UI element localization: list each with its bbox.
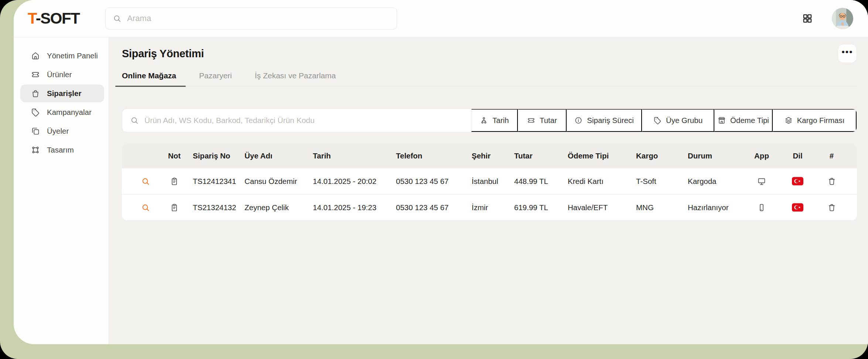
col-member: Üye Adı <box>245 151 313 160</box>
filter-button-member-group[interactable]: Üye Grubu <box>642 109 714 132</box>
main-content: Sipariş Yönetimi ••• Online MağazaPazary… <box>109 37 868 344</box>
cell-status: Hazırlanıyor <box>688 203 743 212</box>
col-status: Durum <box>688 151 743 160</box>
cell-date: 14.01.2025 - 20:02 <box>313 177 396 186</box>
ticket-icon <box>527 116 535 124</box>
page-title: Sipariş Yönetimi <box>122 48 204 60</box>
tag-icon <box>31 108 40 117</box>
table-header-row: Not Sipariş No Üye Adı Tarih Telefon Şeh… <box>122 144 857 168</box>
hierarchy-icon <box>480 116 488 124</box>
sidebar-item-label: Tasarım <box>47 146 74 154</box>
cell-cargo: T-Soft <box>636 177 688 186</box>
home-icon <box>31 51 40 60</box>
content-header: Sipariş Yönetimi ••• <box>122 37 857 67</box>
filter-button-label: Tarih <box>492 116 509 125</box>
col-date: Tarih <box>313 151 396 160</box>
tab-label: İş Zekası ve Pazarlama <box>255 71 336 80</box>
note-icon[interactable] <box>170 177 179 186</box>
order-row[interactable]: TS21324132 Zeynep Çelik 14.01.2025 - 19:… <box>122 194 857 220</box>
apps-grid-icon[interactable] <box>801 12 814 25</box>
topbar: T-SOFT <box>14 0 868 37</box>
row-view-icon[interactable] <box>141 177 150 185</box>
tab-bar: Online MağazaPazaryeriİş Zekası ve Pazar… <box>122 71 857 86</box>
col-order-no: Sipariş No <box>193 151 245 160</box>
filter-button-date[interactable]: Tarih <box>471 109 518 132</box>
sidebar-item-label: Siparişler <box>47 89 81 98</box>
desktop-icon <box>757 177 766 186</box>
flag-tr-icon <box>792 203 803 212</box>
cell-city: İzmir <box>472 203 514 212</box>
cell-status: Kargoda <box>688 177 743 186</box>
sidebar-item-dashboard[interactable]: Yönetim Paneli <box>20 47 104 65</box>
info-icon <box>574 116 582 124</box>
search-icon <box>113 14 121 23</box>
filter-button-cargo-company[interactable]: Kargo Firması <box>773 109 857 132</box>
filter-button-label: Ödeme Tipi <box>730 116 769 125</box>
sidebar-item-label: Üyeler <box>47 127 69 136</box>
cell-phone: 0530 123 45 67 <box>396 177 472 186</box>
tab-bi-marketing[interactable]: İş Zekası ve Pazarlama <box>245 71 345 86</box>
desktop-background: T-SOFT <box>0 0 868 359</box>
ellipsis-icon: ••• <box>841 47 853 57</box>
sidebar-item-label: Kampanyalar <box>47 108 92 117</box>
col-amount: Tutar <box>514 151 568 160</box>
col-not: Not <box>156 151 193 160</box>
orders-table: Not Sipariş No Üye Adı Tarih Telefon Şeh… <box>122 144 857 220</box>
search-icon <box>130 116 139 124</box>
col-city: Şehir <box>472 151 514 160</box>
flag-tr-icon <box>792 177 803 185</box>
sidebar-item-label: Yönetim Paneli <box>47 51 98 60</box>
note-icon[interactable] <box>170 203 179 212</box>
tab-label: Online Mağaza <box>122 71 176 80</box>
cell-payment: Kredi Kartı <box>568 177 636 186</box>
shopping-bag-icon <box>31 89 40 98</box>
order-search <box>122 109 471 132</box>
filter-button-label: Tutar <box>540 116 557 125</box>
members-icon <box>31 127 40 136</box>
col-payment: Ödeme Tipi <box>568 151 636 160</box>
user-avatar[interactable] <box>832 8 853 29</box>
cell-cargo: MNG <box>636 203 688 212</box>
sidebar-item-campaigns[interactable]: Kampanyalar <box>20 103 104 121</box>
cell-order-no: TS21324132 <box>193 203 245 212</box>
brand-logo-accent: T <box>28 10 36 27</box>
sidebar-item-products[interactable]: Ürünler <box>20 66 104 83</box>
filter-bar: Tarih Tutar Sipariş Süreci Üye Grubu <box>122 109 857 132</box>
sidebar-item-design[interactable]: Tasarım <box>20 141 104 159</box>
sidebar-item-members[interactable]: Üyeler <box>20 122 104 140</box>
col-actions: # <box>815 151 848 160</box>
sidebar-item-label: Ürünler <box>47 70 72 79</box>
filter-button-payment-type[interactable]: Ödeme Tipi <box>714 109 773 132</box>
col-lang: Dil <box>780 151 815 160</box>
tab-marketplace[interactable]: Pazaryeri <box>189 71 242 86</box>
delete-icon[interactable] <box>827 203 836 212</box>
layers-icon <box>785 116 793 124</box>
cell-order-no: TS12412341 <box>193 177 245 186</box>
col-phone: Telefon <box>396 151 472 160</box>
filter-button-label: Sipariş Süreci <box>587 116 633 125</box>
more-options-button[interactable]: ••• <box>838 44 857 63</box>
tab-online-store[interactable]: Online Mağaza <box>115 71 186 86</box>
cell-amount: 448.99 TL <box>514 177 568 186</box>
brand-logo-rest: -SOFT <box>36 10 79 27</box>
cell-payment: Havale/EFT <box>568 203 636 212</box>
col-cargo: Kargo <box>636 151 688 160</box>
delete-icon[interactable] <box>827 177 836 186</box>
global-search-input[interactable] <box>126 13 389 24</box>
filter-button-amount[interactable]: Tutar <box>518 109 567 132</box>
frame-icon <box>31 146 40 154</box>
tag-icon <box>653 116 662 124</box>
filter-button-label: Üye Grubu <box>666 116 703 125</box>
ticket-icon <box>31 70 40 79</box>
sidebar-item-orders[interactable]: Siparişler <box>20 85 104 102</box>
cell-member: Cansu Özdemir <box>245 177 313 186</box>
row-view-icon[interactable] <box>141 204 150 212</box>
tab-label: Pazaryeri <box>199 71 232 80</box>
order-row[interactable]: TS12412341 Cansu Özdemir 14.01.2025 - 20… <box>122 168 857 194</box>
filter-button-order-process[interactable]: Sipariş Süreci <box>567 109 642 132</box>
cell-amount: 619.99 TL <box>514 203 568 212</box>
cell-date: 14.01.2025 - 19:23 <box>313 203 396 212</box>
cell-member: Zeynep Çelik <box>245 203 313 212</box>
cell-city: İstanbul <box>472 177 514 186</box>
order-search-input[interactable] <box>144 116 463 125</box>
